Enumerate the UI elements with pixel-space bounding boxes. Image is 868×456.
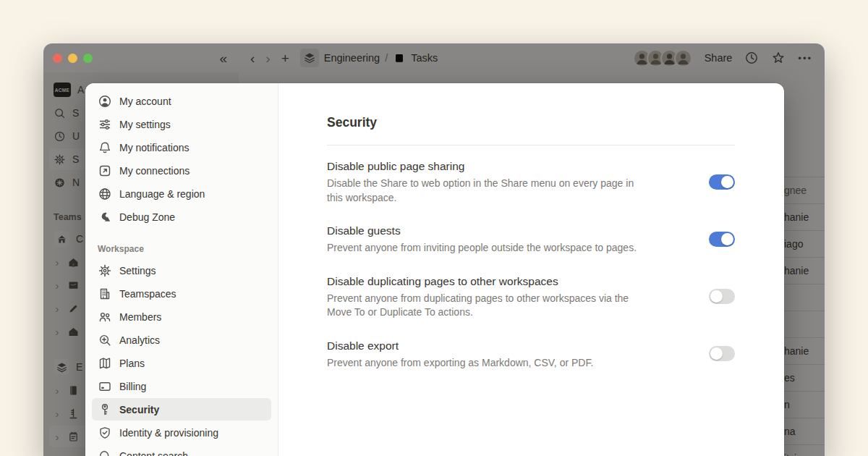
nav-label: Content search <box>119 450 188 456</box>
settings-nav-my-settings[interactable]: My settings <box>92 113 271 135</box>
nav-label: Security <box>119 404 159 415</box>
gear-icon <box>98 263 112 278</box>
key-icon <box>98 402 112 417</box>
nav-label: Teamspaces <box>119 288 176 300</box>
setting-row-public-page-sharing: Disable public page sharing Disable the … <box>327 159 735 205</box>
sliders-icon <box>98 117 112 132</box>
nav-label: Members <box>119 311 161 323</box>
globe-icon <box>98 187 112 201</box>
setting-row-disable-guests: Disable guests Prevent anyone from invit… <box>327 223 735 256</box>
settings-nav-plans[interactable]: Plans <box>92 352 271 374</box>
nav-label: Analytics <box>119 334 160 346</box>
nav-label: My account <box>119 96 171 107</box>
credit-card-icon <box>98 379 112 394</box>
toggle-knob <box>721 233 733 245</box>
close-button[interactable] <box>53 54 62 63</box>
nav-label: Billing <box>119 381 146 392</box>
setting-description: Prevent anyone from duplicating pages to… <box>327 292 651 320</box>
setting-title: Disable guests <box>327 223 651 239</box>
toggle-disable-duplicating[interactable] <box>709 289 735 304</box>
settings-nav-members[interactable]: Members <box>92 305 271 328</box>
zoom-button[interactable] <box>83 54 93 63</box>
settings-nav-analytics[interactable]: Analytics <box>92 329 271 351</box>
bell-icon <box>98 140 112 155</box>
search-icon <box>98 449 112 456</box>
members-icon <box>98 310 112 324</box>
setting-title: Disable export <box>327 338 651 354</box>
nav-label: Identity & provisioning <box>119 427 218 439</box>
settings-nav-security[interactable]: Security <box>92 398 271 421</box>
window-controls <box>53 54 93 63</box>
settings-nav-my-account[interactable]: My account <box>92 90 271 112</box>
settings-nav-teamspaces[interactable]: Teamspaces <box>92 282 271 305</box>
toggle-knob <box>721 176 733 188</box>
nav-label: Debug Zone <box>119 211 175 223</box>
nav-label: My connections <box>119 165 190 177</box>
settings-nav-content-search[interactable]: Content search <box>92 444 271 456</box>
notion-window: « ‹ › + Engineering / Tasks <box>43 43 825 456</box>
settings-sidebar: My account My settings My notifications … <box>85 83 278 456</box>
settings-nav-language-region[interactable]: Language & region <box>92 182 271 205</box>
setting-title: Disable duplicating pages to other works… <box>327 274 651 290</box>
toggle-disable-guests[interactable] <box>709 232 735 247</box>
toggle-knob <box>710 290 723 303</box>
settings-nav-debug-zone[interactable]: Debug Zone <box>92 206 271 228</box>
magnifier-plus-icon <box>98 333 112 347</box>
map-icon <box>98 356 112 371</box>
arrow-up-right-square-icon <box>98 164 112 178</box>
settings-nav-settings[interactable]: Settings <box>92 259 271 282</box>
setting-row-disable-duplicating: Disable duplicating pages to other works… <box>327 274 735 320</box>
setting-description: Prevent anyone from inviting people outs… <box>327 241 651 256</box>
toggle-disable-export[interactable] <box>709 346 735 361</box>
page-title: Security <box>327 114 735 131</box>
settings-nav-identity-provisioning[interactable]: Identity & provisioning <box>92 421 271 444</box>
nav-label: My settings <box>119 119 171 130</box>
building-icon <box>98 287 112 301</box>
toggle-disable-public-page-sharing[interactable] <box>709 174 735 190</box>
divider <box>327 145 735 145</box>
nav-label: Language & region <box>119 188 205 200</box>
setting-row-disable-export: Disable export Prevent anyone from expor… <box>327 338 735 371</box>
nav-label: Settings <box>119 265 156 276</box>
shield-check-icon <box>98 426 112 440</box>
toggle-knob <box>710 347 723 360</box>
workspace-section-label: Workspace <box>98 244 265 255</box>
settings-nav-my-notifications[interactable]: My notifications <box>92 136 271 159</box>
nav-label: My notifications <box>119 142 189 153</box>
setting-title: Disable public page sharing <box>327 159 651 174</box>
setting-description: Disable the Share to web option in the S… <box>327 177 651 205</box>
settings-nav-billing[interactable]: Billing <box>92 375 271 397</box>
settings-content: Security Disable public page sharing Dis… <box>278 83 784 456</box>
minimize-button[interactable] <box>68 54 77 63</box>
setting-description: Prevent anyone from exporting as Markdow… <box>327 356 651 371</box>
debug-zone-icon <box>98 210 112 224</box>
settings-nav-my-connections[interactable]: My connections <box>92 159 271 182</box>
person-circle-icon <box>98 94 112 109</box>
nav-label: Plans <box>119 358 145 369</box>
settings-modal: My account My settings My notifications … <box>85 83 784 456</box>
